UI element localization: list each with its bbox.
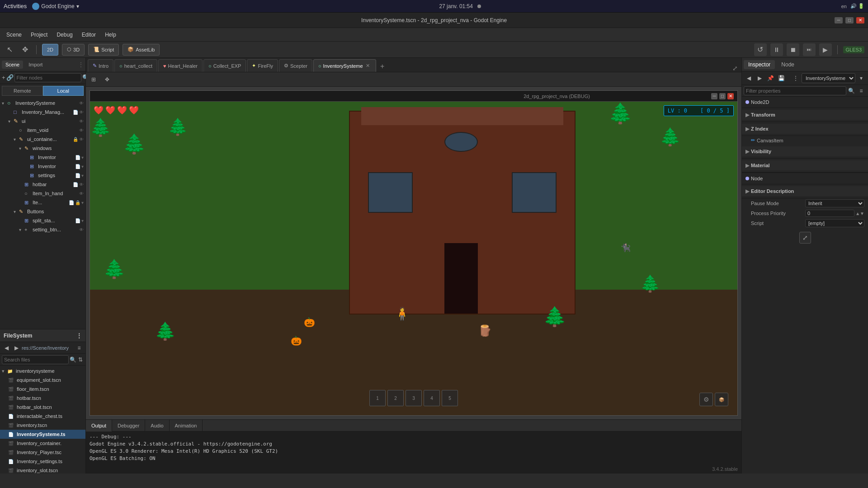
tree-item-hotbar[interactable]: ⊞ hotbar 📄 👁 [0, 180, 85, 189]
eye-icon[interactable]: 👁 [79, 101, 84, 106]
tab-scene[interactable]: Scene [2, 61, 23, 69]
tab-inspector[interactable]: Inspector [744, 60, 775, 69]
tree-item-item-void[interactable]: ○ item_void 👁 [0, 126, 85, 135]
tree-item-windows[interactable]: ▾ ✎ windows [0, 144, 85, 153]
pause-mode-select[interactable]: Inherit [805, 199, 864, 207]
insp-history-forward[interactable]: ▶ [755, 73, 764, 83]
fs-item-inventory-slot[interactable]: 🎬 inventory_slot.tscn [0, 466, 85, 474]
godot-app-indicator[interactable]: Godot Engine ▾ [32, 3, 79, 10]
game-minimize-button[interactable]: ─ [711, 93, 717, 99]
fs-item-floor-item[interactable]: 🎬 floor_item.tscn [0, 385, 85, 394]
tree-item-inventor-2[interactable]: ⊞ Inventor 📄 ▾ [0, 162, 85, 171]
tree-item-ui-containe[interactable]: ▾ ✎ ui_containe... 🔒 👁 [0, 135, 85, 144]
fs-forward-button[interactable]: ▶ [12, 343, 21, 352]
canvas-item-row[interactable]: ✏ CanvasItem [742, 136, 868, 145]
filter-options-icon[interactable]: ≡ [856, 86, 866, 96]
play-scene-button[interactable]: ▶ [819, 43, 832, 56]
search-files-input[interactable] [2, 355, 69, 364]
panel-options-icon[interactable]: ⋮ [78, 61, 84, 68]
tab-firefly[interactable]: ✦ FireFly [247, 59, 278, 72]
maximize-button[interactable]: □ [845, 17, 854, 23]
fs-search-icon[interactable]: 🔍 [70, 355, 76, 364]
snap-grid-button[interactable]: ⊞ [88, 74, 99, 85]
expand-inspector-button[interactable]: ⤢ [799, 232, 811, 244]
node-name-selector[interactable]: InventorySysteme [802, 73, 855, 83]
fs-item-inventory-container[interactable]: 🎬 Inventory_container. [0, 439, 85, 448]
tab-heart-healer[interactable]: ♥ Heart_Healer [158, 59, 203, 72]
hotbar-slot-1[interactable]: 1 [369, 390, 386, 406]
menu-help[interactable]: Help [100, 30, 121, 40]
insp-menu-icon[interactable]: ⋮ [791, 73, 801, 83]
eye-icon[interactable]: 👁 [79, 227, 84, 232]
filter-nodes-input[interactable] [14, 73, 81, 82]
reset-button[interactable]: ↺ [754, 43, 767, 56]
local-button[interactable]: Local [43, 86, 84, 96]
fs-item-equipment-slot[interactable]: 🎬 equipment_slot.tscn [0, 375, 85, 385]
fs-sort-icon[interactable]: ⇅ [77, 355, 84, 364]
output-tab-debugger[interactable]: Debugger [112, 420, 145, 432]
minimize-button[interactable]: ─ [835, 17, 843, 23]
game-maximize-button[interactable]: □ [719, 93, 726, 99]
menu-editor[interactable]: Editor [77, 30, 100, 40]
move-tool[interactable]: ✥ [19, 44, 31, 56]
tree-item-setting-btn[interactable]: ▾ + setting_btn... 👁 [0, 225, 85, 234]
material-section-header[interactable]: ▶ Material [742, 160, 868, 170]
game-close-button[interactable]: ✕ [727, 93, 734, 99]
eye-icon[interactable]: 👁 [79, 191, 84, 196]
spinner-up[interactable]: ▲ [855, 211, 860, 216]
maximize-viewport-icon[interactable]: ⤢ [732, 65, 738, 72]
tab-node[interactable]: Node [777, 60, 799, 69]
close-button[interactable]: ✕ [856, 17, 864, 23]
viewport-canvas[interactable]: 2d_rpg_project_nva (DEBUG) ─ □ ✕ [86, 87, 741, 419]
editor-desc-header[interactable]: ▶ Editor Description [742, 186, 868, 196]
menu-project[interactable]: Project [26, 30, 52, 40]
game-map-button[interactable]: 📦 [715, 393, 728, 406]
link-node-button[interactable]: 🔗 [6, 73, 14, 83]
tab-intro[interactable]: ✎ Intro [88, 59, 113, 72]
btn-2d[interactable]: 2D 2D [42, 44, 58, 56]
pause-button[interactable]: ⏸ [770, 43, 783, 56]
eye-icon[interactable]: 👁 [79, 110, 84, 115]
tab-scepter[interactable]: ⚙ Scepter [279, 59, 312, 72]
fs-item-inventory[interactable]: 🎬 inventory.tscn [0, 421, 85, 430]
insp-bookmark-icon[interactable]: 📌 [765, 73, 775, 83]
hotbar-slot-5[interactable]: 5 [442, 390, 458, 406]
hotbar-slot-3[interactable]: 3 [406, 390, 422, 406]
tree-item-ui[interactable]: ▾ ✎ ui 👁 [0, 117, 85, 126]
fs-layout-button[interactable]: ≡ [75, 343, 84, 352]
step-button[interactable]: ⏭ [803, 43, 816, 56]
hotbar-slot-2[interactable]: 2 [387, 390, 404, 406]
remote-button[interactable]: Remote [2, 86, 43, 96]
btn-assetlib[interactable]: 📦 AssetLib [123, 44, 160, 56]
output-tab-animation[interactable]: Animation [170, 420, 203, 432]
tree-item-item-in-hand[interactable]: ○ Item_In_hand 👁 [0, 189, 85, 198]
tree-item-inventor-1[interactable]: ⊞ Inventor 📄 ▾ [0, 153, 85, 162]
filter-properties-input[interactable] [744, 86, 846, 95]
fs-item-inventory-settings[interactable]: 📄 Inventory_settings.ts [0, 457, 85, 466]
arrow-tool[interactable]: ↖ [4, 44, 15, 56]
tree-item-split-sta[interactable]: ⊞ split_sta... 📄 ▾ [0, 216, 85, 225]
transform-section-header[interactable]: ▶ Transform [742, 110, 868, 120]
visibility-section-header[interactable]: ▶ Visibility [742, 146, 868, 156]
activities-label[interactable]: Activities [4, 3, 27, 9]
eye-icon[interactable]: 👁 [79, 119, 84, 124]
script-select[interactable]: [empty] [805, 219, 864, 227]
menu-scene[interactable]: Scene [2, 30, 26, 40]
tab-import[interactable]: Import [25, 61, 46, 69]
fs-back-button[interactable]: ◀ [2, 343, 11, 352]
filter-search-icon[interactable]: 🔍 [846, 86, 856, 96]
tab-inventorysysteme[interactable]: ○ InventorySysteme ✕ [313, 59, 376, 72]
tree-item-inventory-manag[interactable]: □ Inventory_Manag... 📄 👁 [0, 108, 85, 117]
output-tab-output[interactable]: Output [86, 420, 112, 432]
lang-indicator[interactable]: en [841, 4, 847, 9]
fs-item-inventorysysteme-ts[interactable]: 📄 InventorySysteme.ts [0, 430, 85, 439]
eye-icon[interactable]: 👁 [79, 137, 84, 142]
btn-3d[interactable]: ⬡ 3D [62, 44, 85, 56]
insp-dropdown-icon[interactable]: ▾ [856, 73, 866, 83]
tab-add-button[interactable]: + [377, 61, 388, 72]
menu-debug[interactable]: Debug [52, 30, 77, 40]
tab-collect-exp[interactable]: ○ Collect_EXP [203, 59, 246, 72]
output-tab-audio[interactable]: Audio [145, 420, 169, 432]
eye-icon[interactable]: 👁 [79, 182, 84, 187]
insp-save-icon[interactable]: 💾 [776, 73, 786, 83]
